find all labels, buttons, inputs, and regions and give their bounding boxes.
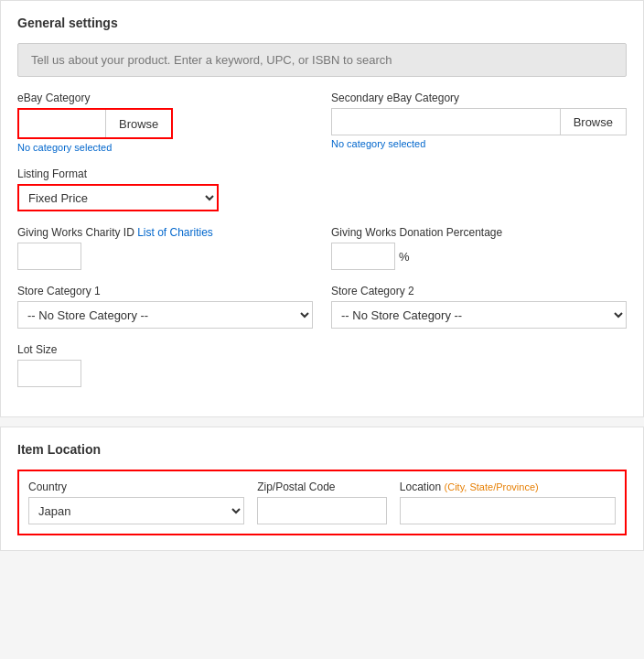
lot-size-group: Lot Size (17, 343, 313, 387)
secondary-ebay-category-browse-button[interactable]: Browse (560, 108, 627, 135)
lot-size-row: Lot Size (17, 343, 627, 387)
category-row: eBay Category Browse No category selecte… (17, 92, 627, 153)
secondary-ebay-category-no-category: No category selected (331, 138, 627, 149)
location-city-label: Location (City, State/Province) (400, 481, 616, 493)
giving-works-charity-label: Giving Works Charity ID List of Charitie… (17, 226, 313, 239)
general-settings-section: General settings eBay Category Browse No… (0, 0, 644, 417)
ebay-category-browse-button[interactable]: Browse (106, 110, 171, 137)
ebay-category-label: eBay Category (17, 92, 313, 104)
store-category-2-group: Store Category 2 -- No Store Category -- (331, 285, 627, 329)
store-category-1-label: Store Category 1 (17, 285, 313, 297)
product-search-input[interactable] (17, 43, 627, 77)
item-location-title: Item Location (17, 442, 627, 457)
store-category-1-select[interactable]: -- No Store Category -- (17, 301, 313, 329)
item-location-section: Item Location Country Japan United State… (0, 427, 644, 551)
listing-format-row: Listing Format Fixed Price Auction Class… (17, 167, 627, 211)
giving-works-donation-input[interactable] (331, 243, 395, 270)
lot-size-label: Lot Size (17, 343, 313, 356)
ebay-category-input[interactable] (19, 110, 106, 137)
location-city-group: Location (City, State/Province) (400, 481, 616, 524)
listing-format-label: Listing Format (17, 167, 627, 180)
general-settings-title: General settings (17, 16, 627, 30)
list-of-charities-link[interactable]: List of Charities (137, 226, 213, 239)
store-category-2-select[interactable]: -- No Store Category -- (331, 301, 627, 329)
zip-input[interactable] (257, 497, 387, 524)
location-row: Country Japan United States United Kingd… (28, 481, 616, 524)
country-select[interactable]: Japan United States United Kingdom Canad… (28, 497, 244, 524)
ebay-category-group: eBay Category Browse No category selecte… (17, 92, 313, 153)
percent-symbol: % (399, 250, 410, 264)
giving-works-donation-group: Giving Works Donation Percentage % (331, 226, 627, 270)
location-city-sub-label: (City, State/Province) (445, 481, 539, 492)
ebay-category-wrapper: Browse (17, 108, 173, 139)
donation-percent-wrapper: % (331, 243, 627, 270)
city-input[interactable] (400, 497, 616, 524)
store-category-row: Store Category 1 -- No Store Category --… (17, 285, 627, 329)
giving-works-row: Giving Works Charity ID List of Charitie… (17, 226, 627, 270)
listing-format-select[interactable]: Fixed Price Auction Classified Ad (17, 184, 219, 211)
country-wrapper: Japan United States United Kingdom Canad… (28, 497, 244, 524)
giving-works-donation-label: Giving Works Donation Percentage (331, 226, 627, 239)
secondary-ebay-category-input[interactable] (331, 108, 560, 135)
item-location-inner: Country Japan United States United Kingd… (17, 470, 627, 535)
secondary-ebay-category-group: Secondary eBay Category Browse No catego… (331, 92, 627, 149)
zip-group: Zip/Postal Code (257, 481, 387, 524)
zip-label: Zip/Postal Code (257, 481, 387, 493)
store-category-2-label: Store Category 2 (331, 285, 627, 297)
store-category-1-group: Store Category 1 -- No Store Category -- (17, 285, 313, 329)
lot-size-input[interactable] (17, 360, 81, 387)
secondary-category-wrapper: Browse (331, 108, 627, 135)
giving-works-charity-group: Giving Works Charity ID List of Charitie… (17, 226, 313, 270)
country-group: Country Japan United States United Kingd… (28, 481, 244, 524)
country-label: Country (28, 481, 244, 493)
ebay-category-no-category: No category selected (17, 142, 313, 153)
secondary-ebay-category-label: Secondary eBay Category (331, 92, 627, 104)
giving-works-charity-input[interactable] (17, 243, 81, 270)
